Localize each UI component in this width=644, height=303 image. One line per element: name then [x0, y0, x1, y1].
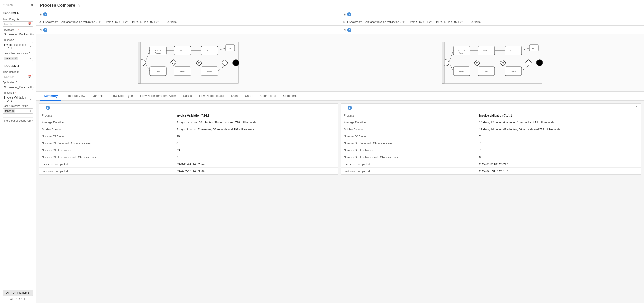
panel-a-header: ⊟ 2 ⋮ — [36, 10, 340, 19]
table-cell-value: 2024-02-16T14:39:28Z — [173, 168, 338, 175]
diagram-area-a[interactable]: Review & Approve Validate Process End Su… — [36, 34, 340, 91]
case-objective-b-field[interactable]: failed ✕ ▼ — [3, 108, 33, 114]
summary-more-b[interactable]: ⋮ — [634, 106, 638, 110]
time-range-b-placeholder: No filter — [4, 75, 14, 78]
table-cell-label: Stddev Duration — [39, 126, 173, 133]
svg-line-63 — [449, 50, 453, 63]
process-a-info: A | Showroom_Bonitasoft Invoice Validati… — [36, 19, 340, 25]
remove-success-tag[interactable]: ✕ — [15, 57, 17, 60]
table-row: First case completed2024-01-31T09:28:21Z — [341, 161, 641, 168]
table-cell-label: Stddev Duration — [341, 126, 476, 133]
process-a-select[interactable]: Invoice Validation-7.14.1 ▼ — [3, 42, 33, 50]
more-icon-b[interactable]: ⋮ — [637, 12, 641, 16]
table-cell-value: 3 days, 14 hours, 34 minutes, 28 seconds… — [173, 119, 338, 126]
chevron-down-icon-3: ▼ — [32, 86, 34, 89]
summary-table-b: ProcessInvoice Validation-7.14.1Average … — [341, 112, 641, 174]
process-a-section-label: PROCESS A — [3, 12, 33, 15]
diagram-b-header: ⊟ 2 ⋮ — [340, 26, 644, 34]
summary-panel-a-header: ⊟ 2 ⋮ — [39, 104, 338, 112]
tab-flow_node_type[interactable]: Flow Node Type — [107, 92, 137, 101]
tab-cases[interactable]: Cases — [180, 92, 195, 101]
process-b-section-label: PROCESS B — [3, 65, 33, 67]
sidebar-collapse-button[interactable]: ◀ — [30, 3, 33, 7]
tab-users[interactable]: Users — [242, 92, 257, 101]
svg-text:Approve: Approve — [155, 52, 161, 54]
table-cell-label: Process — [341, 112, 476, 119]
case-objective-a-label: Case Objective Status A — [3, 52, 33, 55]
sidebar-header: Filters ◀ — [3, 3, 33, 7]
diagram-more-b[interactable]: ⋮ — [637, 28, 641, 32]
more-icon-a[interactable]: ⋮ — [333, 12, 337, 16]
panel-a-info: ⊟ 2 ⋮ A | Showroom_Bonitasoft Invoice Va… — [36, 10, 340, 25]
svg-line-30 — [145, 63, 150, 71]
diagram-area-b[interactable]: Review & Approve Validate Process End Su… — [340, 34, 644, 91]
table-cell-value: 7 — [476, 133, 641, 140]
table-row: Last case completed2024-02-16T14:39:28Z — [39, 168, 338, 175]
tabs: SummaryTemporal ViewVariantsFlow Node Ty… — [40, 92, 640, 100]
table-row: First case completed2023-11-24T14:52:24Z — [39, 161, 338, 168]
proc-a-from: 2023-11-24T14:52:24Z — [114, 20, 143, 23]
svg-text:Validate: Validate — [483, 50, 489, 52]
main-content: Process Compare ☆ ⊟ 2 ⋮ A | Showroom_Bon… — [36, 0, 644, 303]
application-b-select[interactable]: Showroom_Bonitasoft ▼ — [3, 85, 33, 90]
process-b-select[interactable]: Invoice Validation-7.14.1 ▼ — [3, 95, 33, 103]
table-row: Number Of Cases with Objective Failed0 — [39, 140, 338, 147]
summary-row: ⊟ 2 ⋮ ProcessInvoice Validation-7.14.1Av… — [36, 101, 644, 177]
summary-more-a[interactable]: ⋮ — [331, 106, 335, 110]
svg-text:End: End — [228, 48, 231, 49]
filter-icon-b: ⊟ — [343, 13, 346, 16]
table-row: Stddev Duration19 days, 14 hours, 47 min… — [341, 126, 641, 133]
proc-b-id: B — [343, 20, 345, 23]
table-row: Average Duration24 days, 12 hours, 6 min… — [341, 119, 641, 126]
clear-all-button[interactable]: CLEAR ALL — [3, 297, 33, 300]
diagram-panel-b: ⊟ 2 ⋮ Review & Approve Validate — [340, 26, 644, 91]
table-row: Number Of Cases with Objective Failed7 — [341, 140, 641, 147]
table-row: Number Of Flow Nodes73 — [341, 147, 641, 154]
table-cell-label: Process — [39, 112, 173, 119]
table-cell-label: Average Duration — [39, 119, 173, 126]
apply-filters-button[interactable]: APPLY FILTERS — [3, 290, 33, 296]
table-cell-value: 0 — [173, 140, 338, 147]
application-a-value: Showroom_Bonitasoft — [4, 33, 32, 36]
svg-text:Process: Process — [510, 50, 516, 52]
application-a-select[interactable]: Showroom_Bonitasoft ▼ — [3, 32, 33, 37]
diagram-row: ⊟ 2 ⋮ Review & Approve — [36, 26, 644, 92]
failed-tag: failed ✕ — [4, 109, 15, 113]
tab-flow_node_temporal[interactable]: Flow Node Temporal View — [137, 92, 180, 101]
table-cell-value: 2024-02-19T16:21:10Z — [476, 168, 641, 175]
tab-flow_node_details[interactable]: Flow Node Details — [195, 92, 228, 101]
tab-data[interactable]: Data — [228, 92, 241, 101]
tab-temporal[interactable]: Temporal View — [61, 92, 89, 101]
panel-b-header: ⊟ 2 ⋮ — [340, 10, 644, 19]
table-cell-value: 2024-01-31T09:28:21Z — [476, 161, 641, 168]
svg-line-66 — [449, 63, 453, 71]
process-info-row: ⊟ 2 ⋮ A | Showroom_Bonitasoft Invoice Va… — [36, 10, 644, 26]
case-objective-a-field[interactable]: success ✕ ▼ — [3, 56, 33, 61]
svg-text:Check: Check — [484, 71, 488, 72]
sidebar: Filters ◀ PROCESS A Time Range A No filt… — [0, 0, 36, 303]
table-cell-label: Number Of Flow Nodes — [39, 147, 173, 154]
svg-line-69 — [522, 66, 529, 71]
svg-point-62 — [536, 60, 543, 66]
diagram-filter-icon-a: ⊟ — [39, 29, 42, 32]
table-cell-value: Invoice Validation-7.14.1 — [476, 112, 641, 119]
application-a-label: Application A * — [3, 28, 33, 31]
tab-connectors[interactable]: Connectors — [257, 92, 280, 101]
time-range-a-input[interactable]: No filter 📅 — [3, 21, 33, 27]
filters-out-of-scope[interactable]: Filters out of scope (2) › — [3, 117, 33, 124]
case-objective-b-label: Case Objective Status B — [3, 105, 33, 108]
table-cell-value: 0 — [173, 154, 338, 161]
table-cell-value: 2023-11-24T14:52:24Z — [173, 161, 338, 168]
tab-comments[interactable]: Comments — [280, 92, 302, 101]
diagram-badge-a: 2 — [43, 28, 47, 32]
panel-b-info: ⊟ 2 ⋮ B | Showroom_Bonitasoft Invoice Va… — [340, 10, 644, 25]
star-icon[interactable]: ☆ — [77, 3, 80, 7]
table-row: ProcessInvoice Validation-7.14.1 — [341, 112, 641, 119]
svg-line-70 — [522, 48, 529, 50]
tab-summary[interactable]: Summary — [40, 92, 61, 101]
diagram-more-a[interactable]: ⋮ — [333, 28, 337, 32]
summary-panel-b: ⊟ 2 ⋮ ProcessInvoice Validation-7.14.1Av… — [341, 103, 641, 175]
remove-failed-tag[interactable]: ✕ — [12, 110, 14, 112]
time-range-b-input[interactable]: No filter 📅 — [3, 74, 33, 79]
tab-variants[interactable]: Variants — [89, 92, 107, 101]
